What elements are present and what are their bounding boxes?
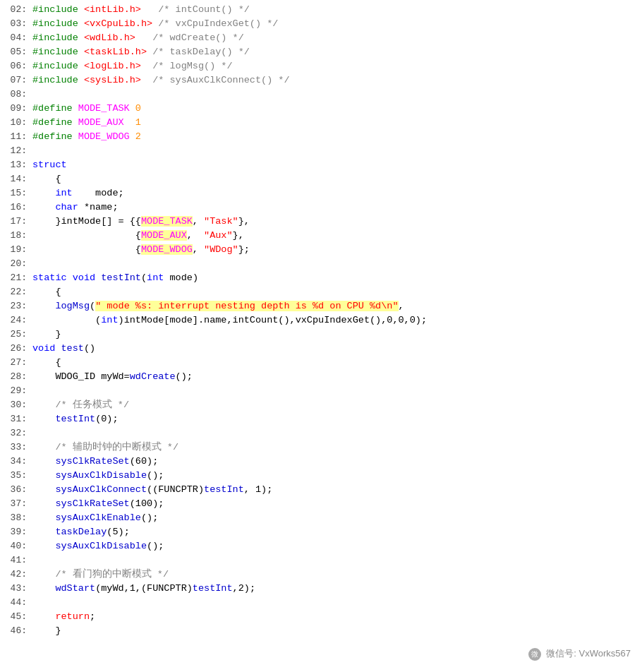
token: (100); <box>130 498 164 509</box>
token: /* 辅助时钟的中断模式 */ <box>32 442 178 452</box>
token: #include <box>32 4 84 15</box>
token: #include <box>32 47 84 57</box>
token: (); <box>147 470 164 481</box>
token: int <box>147 272 164 283</box>
line-number: 43: <box>6 582 27 596</box>
token: 2 <box>130 131 141 142</box>
code-line: 42: /* 看门狗的中断模式 */ <box>0 568 642 582</box>
code-line: 44: <box>0 596 642 610</box>
line-content: sysAuxClkDisable(); <box>32 469 164 483</box>
line-content: sysClkRateSet(100); <box>32 497 164 511</box>
code-line: 39: taskDelay(5); <box>0 525 642 539</box>
code-line: 26:void test() <box>0 342 642 356</box>
line-content: { <box>32 356 61 370</box>
token: #include <box>32 32 84 43</box>
line-content: testInt(0); <box>32 412 119 426</box>
token: testInt <box>101 272 141 283</box>
code-line: 23: logMsg(" mode %s: interrupt nesting … <box>0 299 642 313</box>
code-line: 32: <box>0 426 642 440</box>
token: sysClkRateSet <box>55 456 129 467</box>
line-number: 44: <box>6 596 27 610</box>
code-line: 45: return; <box>0 610 642 624</box>
code-line: 13:struct <box>0 158 642 172</box>
token: MODE_TASK <box>141 216 193 227</box>
token: { <box>32 244 141 255</box>
line-content: #include <intLib.h> /* intCount() */ <box>32 3 250 17</box>
line-content: } <box>32 624 61 638</box>
token <box>32 498 55 509</box>
token: <taskLib.h> <box>84 47 147 57</box>
line-number: 46: <box>6 624 27 638</box>
line-content: sysAuxClkConnect((FUNCPTR)testInt, 1); <box>32 483 272 497</box>
token: , <box>193 216 204 227</box>
token: testInt <box>55 414 95 424</box>
token <box>32 512 55 523</box>
token: #include <box>32 18 84 29</box>
code-line: 03:#include <vxCpuLib.h> /* vxCpuIndexGe… <box>0 17 642 31</box>
line-number: 31: <box>6 412 27 426</box>
code-line: 33: /* 辅助时钟的中断模式 */ <box>0 440 642 455</box>
line-content: } <box>32 328 61 342</box>
code-line: 12: <box>0 144 642 158</box>
code-line: 14: { <box>0 172 642 186</box>
line-number: 08: <box>6 88 27 102</box>
code-line: 08: <box>0 88 642 102</box>
line-number: 25: <box>6 328 27 342</box>
code-line: 20: <box>0 257 642 271</box>
line-number: 41: <box>6 553 27 568</box>
line-number: 16: <box>6 200 27 215</box>
line-content: /* 任务模式 */ <box>32 398 129 412</box>
line-content: }intMode[] = {{MODE_TASK, "Task"}, <box>32 215 250 229</box>
token: (); <box>147 541 164 551</box>
line-number: 23: <box>6 299 27 313</box>
token: (60); <box>130 456 159 467</box>
code-line: 09:#define MODE_TASK 0 <box>0 102 642 116</box>
line-number: 10: <box>6 116 27 130</box>
line-content: sysClkRateSet(60); <box>32 455 158 469</box>
token: #define <box>32 103 78 114</box>
line-number: 04: <box>6 31 27 45</box>
line-number: 38: <box>6 511 27 525</box>
token <box>32 527 55 537</box>
token: } <box>32 625 61 636</box>
token: "Aux" <box>204 230 233 241</box>
line-number: 05: <box>6 45 27 59</box>
line-content: taskDelay(5); <box>32 525 130 539</box>
token: ,2); <box>233 583 255 594</box>
token: "WDog" <box>204 244 238 255</box>
token <box>32 583 55 594</box>
line-content: wdStart(myWd,1,(FUNCPTR)testInt,2); <box>32 582 255 596</box>
token: static <box>32 272 73 283</box>
code-line: 17: }intMode[] = {{MODE_TASK, "Task"}, <box>0 215 642 229</box>
token: wdCreate <box>130 371 176 382</box>
code-line: 36: sysAuxClkConnect((FUNCPTR)testInt, 1… <box>0 483 642 497</box>
token: /* taskDelay() */ <box>147 47 250 57</box>
line-number: 15: <box>6 186 27 200</box>
token: /* vxCpuIndexGet() */ <box>152 18 278 29</box>
token: int <box>55 188 72 198</box>
token: { <box>32 230 141 241</box>
code-line: 06:#include <logLib.h> /* logMsg() */ <box>0 59 642 73</box>
line-content: #define MODE_AUX 1 <box>32 116 141 130</box>
code-line: 19: {MODE_WDOG, "WDog"}; <box>0 243 642 257</box>
token: /* sysAuxClkConnect() */ <box>141 75 290 85</box>
token: ((FUNCPTR) <box>147 484 204 495</box>
line-number: 14: <box>6 172 27 186</box>
line-number: 45: <box>6 610 27 624</box>
line-number: 12: <box>6 144 27 158</box>
code-line: 24: (int)intMode[mode].name,intCount(),v… <box>0 313 642 328</box>
line-content: /* 辅助时钟的中断模式 */ <box>32 440 178 455</box>
code-line: 30: /* 任务模式 */ <box>0 398 642 412</box>
code-line: 02:#include <intLib.h> /* intCount() */ <box>0 3 642 17</box>
token <box>32 301 55 311</box>
token: , <box>399 301 404 311</box>
token: void <box>73 272 102 283</box>
token: , <box>193 244 204 255</box>
line-number: 03: <box>6 17 27 31</box>
token: <intLib.h> <box>84 4 141 15</box>
token <box>32 470 55 481</box>
token: <logLib.h> <box>84 61 141 71</box>
token: MODE_AUX <box>141 230 187 241</box>
line-content: char *name; <box>32 200 119 215</box>
line-content: #include <vxCpuLib.h> /* vxCpuIndexGet()… <box>32 17 278 31</box>
